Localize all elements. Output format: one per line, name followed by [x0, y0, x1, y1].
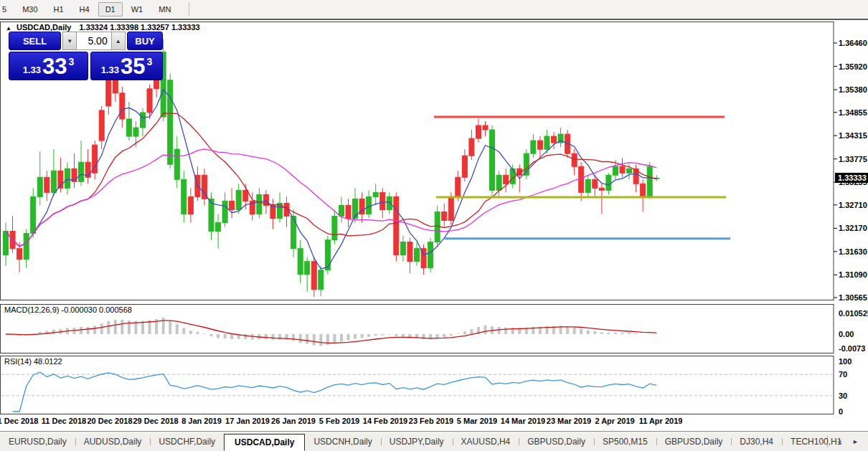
- chart-window: ▲ USDCAD,Daily 1.33324 1.33398 1.33257 1…: [0, 20, 868, 431]
- bid-point: 3: [68, 56, 74, 67]
- macd-axis-label: 0.010525: [839, 309, 868, 318]
- macd-axis-label: 0.00: [839, 330, 854, 338]
- bid-pips: 33: [42, 56, 67, 77]
- date-axis-label: 14 Mar 2019: [501, 417, 545, 425]
- chart-tab-xauusd-h4[interactable]: XAUUSD,H4: [453, 434, 519, 450]
- price-axis-label: 1.35920: [839, 62, 867, 71]
- chart-tab-sp500-m15[interactable]: SP500,M15: [594, 434, 656, 450]
- date-axis-label: 5 Mar 2019: [457, 417, 497, 425]
- mt4-terminal: 5M30H1H4D1W1MN ▲ USDCAD,Daily 1.33324 1.…: [0, 0, 868, 451]
- timeframe-button-D1[interactable]: D1: [98, 2, 123, 16]
- rsi-axis-label: 30: [839, 391, 847, 400]
- price-axis-label: 1.33775: [839, 155, 867, 163]
- macd-axis-label: -0.0073: [839, 344, 865, 353]
- date-axis-label: 23 Mar 2019: [547, 417, 591, 425]
- chart-tab-tech100-h1[interactable]: TECH100,H1: [782, 434, 850, 450]
- price-axis-label: 1.31630: [839, 247, 867, 256]
- price-axis-label: 1.34855: [839, 108, 867, 117]
- macd-indicator-label: MACD(12,26,9) -0.000030 0.000568: [4, 305, 132, 314]
- price-axis-label: 1.36460: [839, 39, 867, 47]
- price-axis-label: 1.34315: [839, 131, 867, 140]
- chart-tab-eurusd-daily[interactable]: EURUSD,Daily: [0, 434, 75, 450]
- ask-point: 3: [146, 56, 152, 67]
- collapse-panel-icon[interactable]: ▲: [6, 25, 11, 32]
- date-axis-label: 20 Dec 2018: [88, 417, 133, 425]
- date-axis-label: 11 Dec 2018: [42, 417, 86, 425]
- price-axis-label: 1.30565: [839, 293, 867, 302]
- date-axis-label: 1 Dec 2018: [0, 417, 38, 425]
- ask-quote-button[interactable]: 1.33 35 3: [90, 52, 163, 80]
- sell-button[interactable]: SELL: [9, 32, 61, 50]
- ohlc-values: 1.33324 1.33398 1.33257 1.33333: [79, 23, 199, 32]
- ask-prefix: 1.33: [101, 65, 119, 75]
- timeframe-button-M30[interactable]: M30: [15, 2, 44, 16]
- chart-tab-usdcad-daily[interactable]: USDCAD,Daily: [224, 434, 305, 451]
- toolbar-divider: [189, 2, 189, 16]
- price-axis-label: 1.31090: [839, 270, 867, 279]
- price-axis-label: 1.32170: [839, 224, 867, 232]
- current-price-badge: 1.33333: [835, 173, 868, 183]
- chart-tab-usdjpy-daily[interactable]: USDJPY,Daily: [381, 434, 453, 450]
- rsi-axis-label: 70: [839, 370, 847, 379]
- timeframe-button-H4[interactable]: H4: [72, 2, 97, 16]
- date-axis-label: 2 Apr 2019: [595, 417, 634, 425]
- spin-down-icon: ▼: [67, 38, 72, 44]
- timeframe-button-H1[interactable]: H1: [47, 2, 71, 16]
- timeframe-button-5[interactable]: 5: [0, 2, 14, 16]
- timeframe-button-MN[interactable]: MN: [151, 2, 178, 16]
- price-axis-label: 1.32710: [839, 201, 867, 209]
- date-axis-label: 29 Dec 2018: [133, 417, 179, 425]
- chart-symbol-header[interactable]: ▲ USDCAD,Daily 1.33324 1.33398 1.33257 1…: [6, 23, 200, 32]
- ask-pips: 35: [121, 56, 145, 77]
- date-axis-label: 11 Apr 2019: [639, 417, 683, 425]
- rsi-indicator-label: RSI(14) 48.0122: [4, 357, 62, 366]
- chart-tab-gbpusd-daily[interactable]: GBPUSD,Daily: [519, 434, 594, 450]
- lot-size-input[interactable]: 5.00: [77, 32, 110, 50]
- rsi-axis-label: 100: [839, 357, 852, 366]
- date-axis-label: 23 Feb 2019: [409, 417, 453, 425]
- chart-tab-usdchf-daily[interactable]: USDCHF,Daily: [150, 434, 224, 450]
- one-click-trade-panel: SELL ▼ 5.00 ▲ BUY 1.33 33 3 1.33 35 3: [9, 32, 163, 80]
- buy-button[interactable]: BUY: [127, 32, 163, 50]
- price-axis-label: 1.35380: [839, 85, 867, 94]
- price-chart-canvas[interactable]: [0, 20, 868, 451]
- spin-up-icon: ▲: [115, 38, 121, 44]
- date-axis-label: 26 Jan 2019: [271, 417, 316, 425]
- bid-prefix: 1.33: [23, 65, 41, 75]
- timeframe-toolbar: 5M30H1H4D1W1MN: [0, 0, 868, 20]
- chart-tab-usdcnh-daily[interactable]: USDCNH,Daily: [305, 434, 380, 450]
- date-axis-label: 8 Jan 2019: [181, 417, 222, 425]
- date-axis-label: 14 Feb 2019: [363, 417, 407, 425]
- bid-quote-button[interactable]: 1.33 33 3: [9, 52, 88, 80]
- chart-tab-bar: EURUSD,DailyAUDUSD,DailyUSDCHF,DailyUSDC…: [0, 431, 868, 451]
- lot-decrease-button[interactable]: ▼: [62, 32, 77, 50]
- chart-tab-gbpusd-daily[interactable]: GBPUSD,Daily: [656, 434, 732, 450]
- rsi-axis-label: 0: [839, 407, 843, 416]
- timeframe-button-W1[interactable]: W1: [124, 2, 151, 16]
- chart-tab-dj30-h4[interactable]: DJ30,H4: [731, 434, 782, 450]
- date-axis-label: 5 Feb 2019: [319, 417, 359, 425]
- lot-increase-button[interactable]: ▲: [111, 32, 126, 50]
- symbol-label: USDCAD,Daily: [16, 23, 71, 32]
- chart-tab-audusd-daily[interactable]: AUDUSD,Daily: [75, 434, 151, 450]
- date-axis-label: 17 Jan 2019: [225, 417, 270, 425]
